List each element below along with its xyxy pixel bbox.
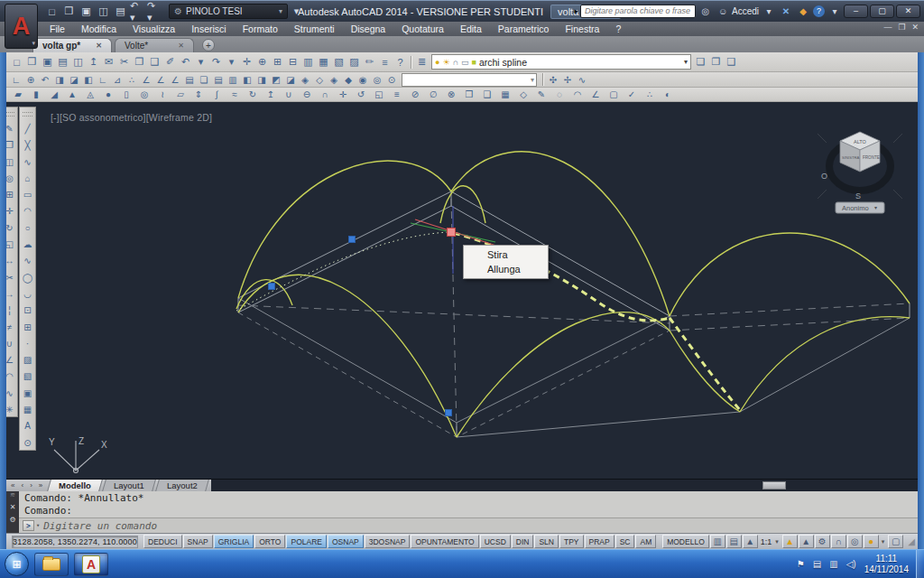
3dscale-icon[interactable]: ◱ bbox=[371, 89, 388, 101]
revolve-icon[interactable]: ↻ bbox=[245, 89, 262, 101]
slice-icon[interactable]: ∅ bbox=[425, 89, 442, 101]
zoom-previous-icon[interactable]: ⊟ bbox=[286, 55, 300, 70]
menu-item[interactable]: Edita bbox=[452, 23, 490, 34]
network-icon[interactable]: ▥ bbox=[829, 559, 837, 569]
command-prompt-icon[interactable]: > bbox=[23, 520, 34, 531]
ucs-3point-icon[interactable]: ∴ bbox=[125, 73, 139, 86]
application-menu-button[interactable]: A ▾ bbox=[5, 4, 38, 49]
3drotate-icon[interactable]: ↺ bbox=[353, 89, 370, 101]
publish-icon[interactable]: ↥ bbox=[87, 55, 101, 70]
view-back-icon[interactable]: ◪ bbox=[284, 73, 298, 86]
union-icon[interactable]: ∪ bbox=[281, 89, 298, 101]
vs-wireframe-icon[interactable]: ◈ bbox=[328, 73, 341, 86]
menu-item[interactable]: Strumenti bbox=[286, 23, 343, 34]
coordinate-readout[interactable]: 3128.2058, 1350.2274, 110.0000 bbox=[12, 536, 138, 548]
command-input-line[interactable]: > ▾ Digitare un comando bbox=[19, 518, 918, 533]
grip-selected[interactable] bbox=[448, 228, 456, 237]
tool-palettes-icon[interactable]: ▧ bbox=[332, 55, 346, 70]
layer-color-swatch[interactable]: ■ bbox=[472, 58, 476, 67]
new-tab-button[interactable]: + bbox=[202, 39, 215, 51]
insert-block-icon[interactable]: ⊡ bbox=[21, 303, 34, 318]
extract-edges-icon[interactable]: ◇ bbox=[515, 89, 532, 101]
menu-item[interactable]: Finestra bbox=[557, 23, 607, 34]
vs-realistic-icon[interactable]: ◉ bbox=[356, 73, 370, 86]
point-icon[interactable]: · bbox=[21, 337, 34, 351]
view-left-icon[interactable]: ◧ bbox=[241, 73, 254, 86]
layer-previous-icon[interactable]: ❑ bbox=[725, 55, 739, 70]
rectangle-icon[interactable]: ▭ bbox=[21, 188, 34, 202]
layout-nav-next-icon[interactable]: › bbox=[27, 480, 36, 491]
status-toggle-button[interactable]: OPUNTAMENTO bbox=[411, 535, 478, 548]
doc-minimize-icon[interactable]: — bbox=[883, 23, 892, 32]
zoom-realtime-icon[interactable]: ⊕ bbox=[255, 55, 270, 70]
make-block-icon[interactable]: ⊞ bbox=[21, 320, 34, 334]
convtosurface-icon[interactable]: ❑ bbox=[479, 89, 496, 101]
designcenter-icon[interactable]: ▦ bbox=[317, 55, 331, 70]
layer-freeze-sun-icon[interactable]: ☀ bbox=[442, 58, 449, 67]
signin-caret-icon[interactable]: ▾ bbox=[762, 4, 776, 18]
sign-in-link[interactable]: Accedi bbox=[732, 6, 759, 16]
layout-nav-first-icon[interactable]: « bbox=[8, 480, 18, 491]
chamfer-edge-icon[interactable]: ∠ bbox=[587, 89, 605, 101]
command-history[interactable]: Comando: *Annullato* Comando: bbox=[19, 491, 918, 518]
viewcube[interactable]: ALTO SINISTRA FRONTE O S Anonimo ▾ bbox=[818, 132, 902, 213]
annotation-scale-icon[interactable]: ▲ bbox=[743, 535, 758, 548]
ellipse-icon[interactable]: ◯ bbox=[21, 270, 34, 284]
view-bottom-icon[interactable]: ▥ bbox=[226, 73, 240, 86]
splitter-handle[interactable] bbox=[762, 481, 786, 489]
toolbar-lock-icon[interactable]: ∩ bbox=[831, 535, 846, 548]
new-file-icon[interactable]: □ bbox=[10, 55, 24, 70]
communication-center-icon[interactable]: ◆ bbox=[796, 4, 810, 18]
render-icon[interactable]: ◐ bbox=[660, 89, 677, 101]
context-menu-item[interactable]: Allunga bbox=[464, 262, 548, 276]
extrude-icon[interactable]: ↥ bbox=[263, 89, 280, 101]
convtosolid-icon[interactable]: ❒ bbox=[461, 89, 478, 101]
named-views-icon[interactable]: ❏ bbox=[198, 73, 211, 86]
wedge-icon[interactable]: ◢ bbox=[46, 89, 63, 101]
status-toggle-button[interactable]: POLARE bbox=[286, 535, 327, 548]
grip-square[interactable] bbox=[446, 410, 452, 416]
status-toggle-button[interactable]: DIN bbox=[512, 535, 534, 548]
close-button[interactable]: ✕ bbox=[896, 5, 920, 18]
subtract-icon[interactable]: ⊖ bbox=[299, 89, 316, 101]
ucs-world-icon[interactable]: ⊕ bbox=[24, 73, 38, 86]
check-icon[interactable]: ✓ bbox=[624, 89, 641, 101]
ucs-previous-icon[interactable]: ↶ bbox=[39, 73, 52, 86]
status-toggle-button[interactable]: GRIGLIA bbox=[214, 535, 254, 548]
plot-preview-icon[interactable]: ◫ bbox=[71, 55, 86, 70]
layout-nav-last-icon[interactable]: » bbox=[36, 480, 46, 491]
named-ucs-icon[interactable]: ▤ bbox=[183, 73, 197, 86]
presspull-icon[interactable]: ⇕ bbox=[190, 89, 208, 101]
walk-icon[interactable]: ✣ bbox=[547, 73, 560, 86]
ucs-z-icon[interactable]: ∠ bbox=[169, 73, 182, 86]
ucs-x-icon[interactable]: ∠ bbox=[140, 73, 153, 86]
doc-restore-icon[interactable]: ❐ bbox=[898, 23, 905, 32]
taskbar-explorer-button[interactable] bbox=[34, 553, 69, 576]
menu-item[interactable]: Disegna bbox=[343, 23, 394, 34]
view-front-icon[interactable]: ◩ bbox=[270, 73, 283, 86]
mtext-icon[interactable]: A bbox=[21, 419, 34, 434]
layer-plot-icon[interactable]: ▭ bbox=[461, 58, 469, 67]
layer-lock-icon[interactable]: ∩ bbox=[453, 58, 458, 67]
view-top-icon[interactable]: ▤ bbox=[212, 73, 226, 86]
intersect-icon[interactable]: ∩ bbox=[317, 89, 334, 101]
status-toggle-button[interactable]: PRAP bbox=[585, 535, 614, 548]
status-toggle-button[interactable]: TPY bbox=[559, 535, 584, 548]
menu-item[interactable]: Modifica bbox=[73, 23, 125, 34]
doc-close-icon[interactable]: ✕ bbox=[911, 23, 919, 32]
sphere-icon[interactable]: ● bbox=[100, 89, 117, 101]
grip-square[interactable] bbox=[269, 284, 275, 290]
layer-on-bulb-icon[interactable]: ● bbox=[435, 58, 439, 67]
qat-save-icon[interactable]: ▣ bbox=[79, 4, 94, 19]
qat-saveas-icon[interactable]: ◫ bbox=[96, 4, 111, 19]
paste-icon[interactable]: ❑ bbox=[148, 55, 162, 70]
layer-control-dropdown[interactable]: ●☀∩▭■ archi spline ▾ bbox=[431, 54, 691, 70]
menu-item[interactable]: Formato bbox=[235, 23, 286, 34]
sweep-icon[interactable]: ∫ bbox=[208, 89, 226, 101]
pan-icon[interactable]: ✛ bbox=[240, 55, 254, 70]
planesurf-icon[interactable]: ▱ bbox=[172, 89, 189, 101]
ucs-origin-icon[interactable]: ∟ bbox=[97, 73, 110, 86]
point-cloud-icon[interactable]: ∴ bbox=[642, 89, 659, 101]
context-menu-item[interactable]: Stira bbox=[464, 247, 548, 262]
shell-icon[interactable]: ▢ bbox=[605, 89, 623, 101]
